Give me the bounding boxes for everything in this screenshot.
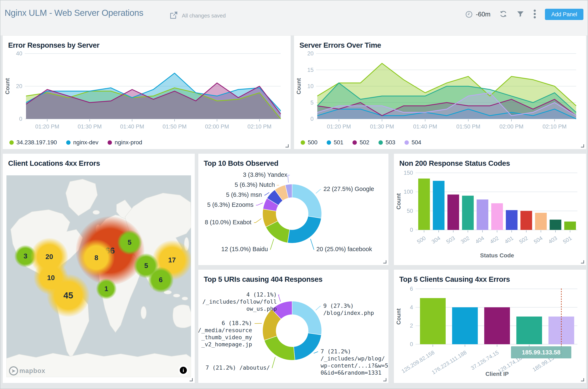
share-icon[interactable]: [169, 10, 178, 21]
svg-text:500: 500: [416, 235, 427, 245]
uris-donut-chart[interactable]: 9 (27.3%)/blog/index.php7 (21.2%)/_inclu…: [198, 283, 388, 379]
svg-text:4: 4: [410, 304, 413, 311]
svg-text:404: 404: [474, 235, 485, 245]
legend-item[interactable]: 504: [405, 139, 421, 146]
legend-item[interactable]: nginx-dev: [66, 139, 98, 146]
legend-label: nginx-prod: [115, 139, 142, 146]
svg-text:5 (6.3%) msn: 5 (6.3%) msn: [226, 191, 262, 198]
panel-resize-handle[interactable]: [383, 378, 386, 381]
info-icon: i: [180, 367, 187, 374]
legend-item[interactable]: 500: [301, 139, 318, 146]
svg-text:185.99.133.58: 185.99.133.58: [522, 349, 560, 356]
svg-text:Status Code: Status Code: [480, 252, 514, 259]
svg-text:5 (6.3%) Ezooms: 5 (6.3%) Ezooms: [207, 201, 253, 208]
svg-text:20 (25.0%) facebook: 20 (25.0%) facebook: [316, 246, 372, 252]
svg-text:502: 502: [518, 235, 529, 245]
svg-text:401: 401: [503, 235, 515, 245]
panel-error-responses-by-server: Error Responses by Server 0204001:20 PM0…: [2, 35, 291, 149]
svg-text:02:00 PM: 02:00 PM: [499, 124, 524, 130]
dashboard-header: Nginx ULM - Web Server Operations All ch…: [0, 0, 588, 35]
panel-title: Error Responses by Server: [8, 41, 291, 49]
panel-title: Top 5 URIs causing 404 Responses: [204, 275, 388, 283]
dashboard: Nginx ULM - Web Server Operations All ch…: [0, 0, 588, 389]
svg-text:125.209.82.158: 125.209.82.158: [400, 349, 436, 374]
svg-text:4 (12.1%)/_includes/follow/fol: 4 (12.1%)/_includes/follow/follow_us.php: [203, 291, 277, 312]
mapbox-attribution[interactable]: ➤ mapbox: [9, 366, 45, 375]
legend-label: 503: [385, 139, 395, 146]
filter-icon[interactable]: [516, 10, 525, 19]
map-heat-bubble[interactable]: 8: [78, 239, 115, 276]
panel-title: Top 10 Bots Observed: [204, 159, 388, 167]
svg-text:403: 403: [547, 235, 558, 245]
panel-resize-handle[interactable]: [581, 378, 584, 381]
svg-text:50: 50: [407, 208, 413, 214]
map-info-button[interactable]: i: [178, 365, 188, 375]
legend-item[interactable]: 34.238.197.190: [9, 139, 57, 146]
panel-resize-handle[interactable]: [581, 144, 584, 147]
legend-item[interactable]: 501: [327, 139, 344, 146]
svg-text:100: 100: [404, 189, 413, 195]
svg-text:10: 10: [307, 83, 314, 89]
status-codes-bar-chart[interactable]: 0501001505003045033024044024015025044035…: [394, 167, 586, 261]
legend-item[interactable]: nginx-prod: [108, 139, 142, 146]
legend-item[interactable]: 503: [379, 139, 395, 146]
error-responses-chart[interactable]: 0204001:20 PM01:30 PM01:40 PM01:50 PM02:…: [3, 49, 291, 132]
time-range-picker[interactable]: -60m: [465, 10, 491, 18]
chart-legend: 500501502503504: [301, 139, 421, 146]
svg-text:8 (10.0%) Exabot: 8 (10.0%) Exabot: [205, 219, 251, 226]
svg-text:0: 0: [310, 116, 314, 122]
legend-dot: [301, 140, 305, 145]
save-status: All changes saved: [182, 12, 226, 19]
map-heat-bubble[interactable]: 45: [47, 274, 90, 317]
panel-resize-handle[interactable]: [190, 378, 193, 381]
legend-label: 501: [334, 139, 344, 146]
panel-resize-handle[interactable]: [383, 260, 386, 263]
panel-resize-handle[interactable]: [581, 260, 584, 263]
mapbox-wordmark: mapbox: [19, 367, 45, 375]
server-errors-chart[interactable]: 0510152001:20 PM01:30 PM01:40 PM01:50 PM…: [294, 49, 586, 132]
bots-donut-chart[interactable]: 22 (27.5%) Google20 (25.0%) facebook12 (…: [198, 167, 388, 261]
svg-text:0: 0: [410, 227, 413, 233]
svg-text:2: 2: [410, 323, 413, 329]
world-map[interactable]: 3206685175104516 ➤ mapbox i: [6, 175, 191, 377]
legend-label: 504: [412, 139, 421, 146]
refresh-icon[interactable]: [499, 10, 507, 19]
svg-text:9 (27.3%)/blog/index.php: 9 (27.3%)/blog/index.php: [323, 303, 374, 316]
svg-text:5: 5: [310, 99, 314, 106]
page-title: Nginx ULM - Web Server Operations: [4, 8, 143, 18]
svg-text:6 (18.2%)/_media/resource_thum: 6 (18.2%)/_media/resource_thumb_video_my…: [198, 320, 252, 348]
kebab-menu-icon[interactable]: [533, 9, 536, 19]
time-range-value: -60m: [476, 11, 491, 18]
svg-text:01:40 PM: 01:40 PM: [413, 124, 437, 130]
legend-dot: [108, 140, 112, 145]
legend-label: 502: [359, 139, 369, 146]
add-panel-button[interactable]: Add Panel: [545, 9, 584, 20]
panel-top-5-clients-4xx: Top 5 Clients Causing 4xx Errors 0246125…: [394, 269, 586, 383]
panel-top-10-bots: Top 10 Bots Observed 22 (27.5%) Google20…: [198, 154, 389, 265]
clients-bar-chart[interactable]: 0246125.209.82.158176.223.111.18837.126.…: [394, 283, 586, 379]
svg-text:150: 150: [404, 170, 413, 176]
svg-text:302: 302: [460, 235, 471, 245]
map-heat-bubble[interactable]: 6: [148, 267, 174, 292]
svg-text:02:00 PM: 02:00 PM: [205, 124, 229, 130]
svg-text:Count: Count: [4, 78, 11, 94]
legend-dot: [379, 140, 383, 145]
panel-title: Server Errors Over Time: [299, 41, 586, 49]
svg-text:402: 402: [489, 235, 500, 245]
svg-text:01:20 PM: 01:20 PM: [35, 124, 59, 130]
svg-text:501: 501: [562, 235, 573, 245]
panel-resize-handle[interactable]: [286, 144, 289, 147]
svg-text:Client IP: Client IP: [485, 371, 509, 377]
chart-legend: 34.238.197.190nginx-devnginx-prod: [9, 139, 142, 146]
legend-dot: [66, 140, 71, 145]
clock-icon: [465, 10, 473, 18]
svg-text:Count: Count: [296, 78, 302, 94]
svg-text:15: 15: [307, 67, 314, 73]
panel-title: Non 200 Response Status Codes: [399, 159, 586, 167]
map-heat-bubble[interactable]: 1: [96, 279, 117, 299]
svg-text:01:20 PM: 01:20 PM: [327, 124, 351, 130]
svg-text:7 (21.2%)/_includes/wp/blog/wp: 7 (21.2%)/_includes/wp/blog/wp-content/.…: [321, 348, 388, 376]
svg-text:304: 304: [431, 235, 441, 245]
map-heat-bubble[interactable]: 5: [117, 230, 142, 255]
legend-item[interactable]: 502: [353, 139, 369, 146]
